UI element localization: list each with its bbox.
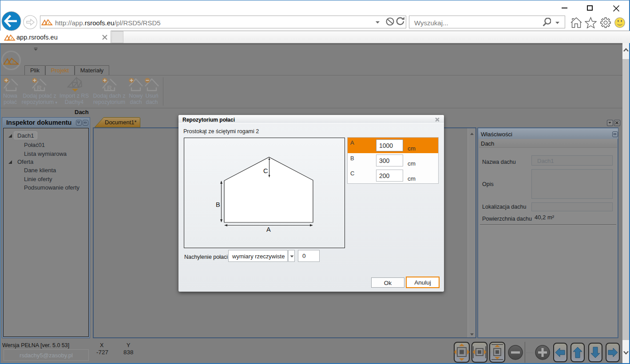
svg-text:A: A xyxy=(266,226,271,233)
svg-text:C: C xyxy=(263,167,268,174)
svg-text:R: R xyxy=(37,84,42,91)
svg-text:R: R xyxy=(107,84,112,91)
svg-text:B: B xyxy=(216,201,220,208)
